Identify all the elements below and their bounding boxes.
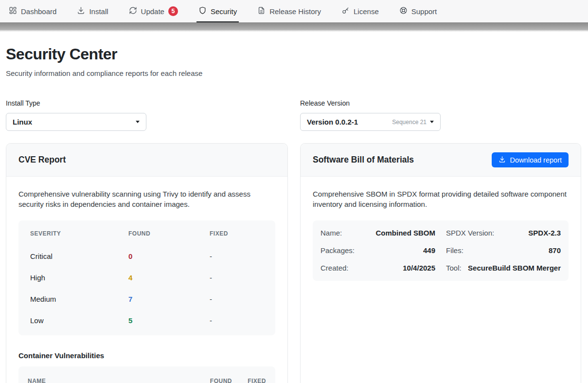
fixed-count: - (210, 316, 264, 325)
page-title: Security Center (6, 45, 581, 63)
main-content: Security Center Security information and… (0, 45, 588, 383)
life-buoy-icon (399, 6, 408, 16)
sequence-label: Sequence 21 (392, 119, 427, 126)
release-version-value: Version 0.0.2-1 (307, 118, 358, 126)
install-type-label: Install Type (6, 99, 288, 107)
refresh-icon (129, 6, 137, 16)
severity-row-critical: Critical 0 - (30, 246, 264, 267)
container-vulnerabilities-title: Container Vulnerabilities (18, 351, 275, 360)
dashboard-grid-icon (9, 6, 17, 16)
nav-item-update[interactable]: Update 5 (129, 0, 178, 22)
sbom-detail-created: Created: 10/4/2025 (321, 259, 435, 277)
detail-label: Packages: (321, 246, 355, 255)
nav-item-security[interactable]: Security (198, 0, 237, 22)
cve-report-description: Comprehensive vulnerability scanning usi… (18, 189, 275, 210)
column-header: NAME (28, 378, 193, 383)
sbom-detail-tool: Tool: SecureBuild SBOM Merger (446, 259, 561, 277)
detail-value: SecureBuild SBOM Merger (467, 264, 561, 272)
cve-report-card: CVE Report Comprehensive vulnerability s… (6, 143, 288, 383)
fixed-count: - (210, 252, 264, 260)
cve-report-title: CVE Report (18, 155, 66, 165)
chevron-down-icon (430, 121, 434, 123)
download-report-label: Download report (510, 156, 562, 164)
install-type-filter: Install Type Linux (6, 99, 288, 131)
key-icon (341, 6, 350, 16)
cve-report-body: Comprehensive vulnerability scanning usi… (6, 177, 287, 383)
severity-label: Critical (30, 252, 128, 260)
severity-label: Low (30, 316, 128, 325)
detail-label: Tool: (446, 264, 462, 272)
nav-item-install[interactable]: Install (77, 0, 108, 22)
nav-label: Update (141, 7, 164, 16)
nav-item-license[interactable]: License (341, 0, 379, 22)
sbom-header: Software Bill of Materials Download repo… (301, 144, 581, 177)
found-count: 7 (128, 295, 210, 303)
column-header: FOUND (128, 230, 210, 237)
severity-table: SEVERITY FOUND FIXED Critical 0 - High 4… (18, 220, 275, 335)
detail-label: Created: (321, 264, 349, 272)
sbom-detail-files: Files: 870 (446, 242, 561, 259)
nav-label: Support (411, 7, 437, 16)
chevron-down-icon (136, 121, 140, 123)
column-header: FIXED (210, 230, 264, 237)
nav-label: License (354, 7, 379, 16)
download-icon (77, 6, 85, 16)
severity-table-header: SEVERITY FOUND FIXED (30, 221, 264, 246)
window-divider-band (0, 22, 588, 32)
sbom-detail-spdx-version: SPDX Version: SPDX-2.3 (446, 224, 561, 242)
release-version-filter: Release Version Version 0.0.2-1 Sequence… (300, 99, 581, 131)
active-tab-underline (196, 21, 239, 23)
found-count: 4 (128, 274, 210, 282)
nav-item-support[interactable]: Support (399, 0, 437, 22)
download-report-button[interactable]: Download report (492, 152, 569, 167)
install-type-select[interactable]: Linux (6, 113, 146, 131)
sbom-card: Software Bill of Materials Download repo… (300, 143, 581, 383)
report-cards-row: CVE Report Comprehensive vulnerability s… (6, 143, 581, 383)
fixed-count: - (210, 295, 264, 303)
container-vulnerabilities-header: NAME FOUND FIXED (18, 366, 275, 383)
release-version-label: Release Version (300, 99, 581, 107)
detail-value: Combined SBOM (348, 229, 435, 237)
column-header: SEVERITY (30, 230, 128, 237)
severity-row-low: Low 5 - (30, 310, 264, 331)
release-version-sequence: Sequence 21 (392, 119, 434, 126)
sbom-detail-packages: Packages: 449 (321, 242, 435, 259)
cve-report-header: CVE Report (6, 144, 287, 177)
filters-row: Install Type Linux Release Version Versi… (6, 99, 581, 131)
sbom-details-grid: Name: Combined SBOM SPDX Version: SPDX-2… (313, 220, 569, 281)
shield-icon (198, 6, 207, 16)
detail-label: Files: (446, 246, 463, 255)
detail-value: SPDX-2.3 (500, 229, 561, 237)
detail-label: Name: (321, 229, 342, 237)
sbom-detail-name: Name: Combined SBOM (321, 224, 435, 242)
file-text-icon (257, 6, 266, 16)
nav-label: Dashboard (21, 7, 56, 16)
nav-item-release-history[interactable]: Release History (257, 0, 321, 22)
found-count: 0 (128, 252, 210, 260)
sbom-body: Comprehensive SBOM in SPDX format provid… (301, 177, 581, 383)
column-header: FIXED (232, 378, 266, 383)
nav-item-dashboard[interactable]: Dashboard (9, 0, 56, 22)
detail-label: SPDX Version: (446, 229, 494, 237)
download-icon (499, 156, 506, 164)
nav-label: Security (211, 7, 237, 16)
column-header: FOUND (193, 378, 232, 383)
page-subtitle: Security information and compliance repo… (6, 69, 581, 77)
severity-row-medium: Medium 7 - (30, 289, 264, 310)
severity-label: High (30, 274, 128, 282)
fixed-count: - (210, 274, 264, 282)
top-navigation: Dashboard Install Update 5 Security Rele… (0, 0, 588, 22)
sbom-description: Comprehensive SBOM in SPDX format provid… (313, 189, 569, 210)
sbom-title: Software Bill of Materials (313, 155, 414, 165)
release-version-select[interactable]: Version 0.0.2-1 Sequence 21 (300, 113, 441, 131)
detail-value: 10/4/2025 (355, 264, 435, 272)
found-count: 5 (128, 316, 210, 325)
update-count-badge: 5 (168, 6, 178, 16)
detail-value: 870 (469, 246, 561, 255)
nav-label: Release History (269, 7, 321, 16)
detail-value: 449 (360, 246, 435, 255)
severity-label: Medium (30, 295, 128, 303)
nav-label: Install (89, 7, 108, 16)
severity-row-high: High 4 - (30, 267, 264, 289)
install-type-value: Linux (13, 118, 32, 126)
